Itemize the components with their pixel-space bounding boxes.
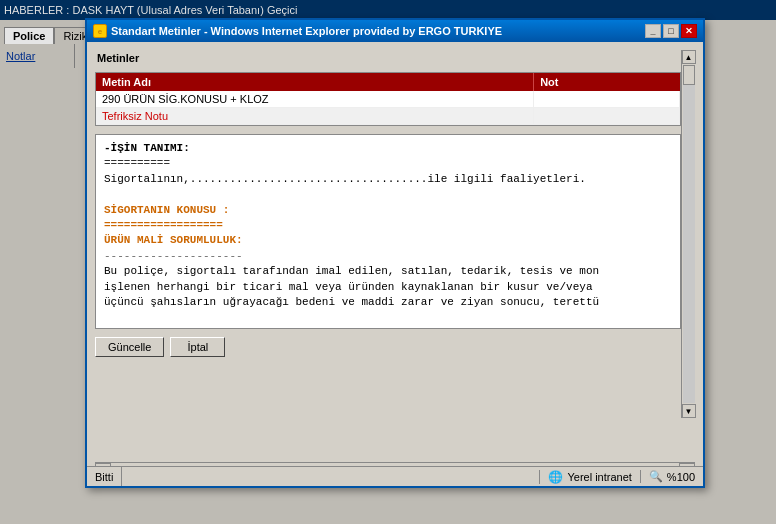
- vertical-scrollbar[interactable]: ▲ ▼: [681, 50, 695, 418]
- text-line: işlenen herhangi bir ticari mal veya ürü…: [104, 280, 672, 295]
- modal-close-button[interactable]: ✕: [681, 24, 697, 38]
- text-line: ÜRÜN MALİ SORUMLULUK:: [104, 233, 672, 248]
- zone-section: 🌐 Yerel intranet: [539, 470, 639, 484]
- text-line: ---------------------: [104, 249, 672, 264]
- text-line: üçüncü şahısların uğrayacağı bedeni ve m…: [104, 295, 672, 310]
- modal-controls: _ □ ✕: [645, 24, 697, 38]
- text-line: -İŞİN TANIMI:: [104, 141, 672, 156]
- scroll-up-button[interactable]: ▲: [682, 50, 696, 64]
- table-row[interactable]: Tefriksiz Notu: [96, 108, 680, 125]
- text-line: Sigortalının,...........................…: [104, 172, 672, 187]
- statusbar-right: 🌐 Yerel intranet 🔍 %100: [539, 470, 703, 484]
- modal-dialog: e Standart Metinler - Windows Internet E…: [85, 18, 705, 488]
- scroll-thumb[interactable]: [683, 65, 695, 85]
- update-button[interactable]: Güncelle: [95, 337, 164, 357]
- modal-overlay: e Standart Metinler - Windows Internet E…: [0, 0, 776, 524]
- cell-not: [534, 108, 680, 125]
- cancel-button[interactable]: İptal: [170, 337, 225, 357]
- text-line: [104, 187, 672, 202]
- modal-statusbar: Bitti 🌐 Yerel intranet 🔍 %100: [87, 466, 703, 486]
- btn-row: Güncelle İptal: [95, 337, 681, 357]
- zoom-icon: 🔍: [649, 470, 663, 483]
- modal-title-text: Standart Metinler - Windows Internet Exp…: [111, 25, 502, 37]
- modal-minimize-button[interactable]: _: [645, 24, 661, 38]
- text-line: ==========: [104, 156, 672, 171]
- metinler-table: Metin Adı Not 290 ÜRÜN SİG.KONUSU + KLOZ…: [96, 73, 680, 125]
- modal-content: ▲ ▼ Metinler Metin Adı: [87, 42, 703, 486]
- col-metin-adi: Metin Adı: [96, 73, 534, 91]
- scroll-down-button[interactable]: ▼: [682, 404, 696, 418]
- section-label: Metinler: [95, 50, 681, 68]
- modal-title-left: e Standart Metinler - Windows Internet E…: [93, 24, 502, 38]
- text-line: ==================: [104, 218, 672, 233]
- text-line: SİGORTANIN KONUSU :: [104, 203, 672, 218]
- zoom-section: 🔍 %100: [640, 470, 703, 483]
- cell-metin[interactable]: Tefriksiz Notu: [96, 108, 534, 125]
- modal-titlebar: e Standart Metinler - Windows Internet E…: [87, 20, 703, 42]
- cell-not: [534, 91, 680, 108]
- table-container: Metin Adı Not 290 ÜRÜN SİG.KONUSU + KLOZ…: [95, 72, 681, 126]
- cell-metin[interactable]: 290 ÜRÜN SİG.KONUSU + KLOZ: [96, 91, 534, 108]
- table-row[interactable]: 290 ÜRÜN SİG.KONUSU + KLOZ: [96, 91, 680, 108]
- modal-maximize-button[interactable]: □: [663, 24, 679, 38]
- text-line: Bu poliçe, sigortalı tarafından imal edi…: [104, 264, 672, 279]
- ie-icon: e: [93, 24, 107, 38]
- table-header-row: Metin Adı Not: [96, 73, 680, 91]
- status-text: Bitti: [87, 467, 122, 486]
- zone-icon: 🌐: [548, 470, 563, 484]
- text-area: -İŞİN TANIMI:==========Sigortalının,....…: [95, 134, 681, 329]
- col-not: Not: [534, 73, 680, 91]
